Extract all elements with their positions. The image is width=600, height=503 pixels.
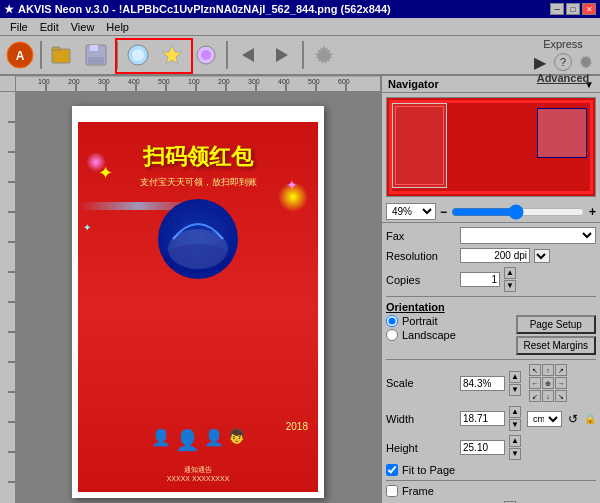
firework-star-3: ✦ — [83, 222, 91, 233]
height-input[interactable] — [460, 440, 505, 455]
menu-file[interactable]: File — [4, 19, 34, 35]
toolbar-sep-3 — [226, 41, 228, 69]
svg-text:600: 600 — [338, 78, 350, 85]
reset-margins-button[interactable]: Reset Margins — [516, 336, 596, 355]
toolbar-icon-logo: A — [4, 39, 36, 71]
toolbar-forward[interactable] — [266, 39, 298, 71]
zoom-minus-icon[interactable]: − — [440, 205, 447, 219]
scale-input[interactable] — [460, 376, 505, 391]
svg-rect-3 — [52, 47, 60, 50]
align-topleft[interactable]: ↖ — [529, 364, 541, 376]
width-up-btn[interactable]: ▲ — [509, 406, 521, 418]
svg-text:400: 400 — [128, 78, 140, 85]
lock-icon[interactable]: 🔒 — [584, 413, 596, 424]
toolbar-icon-effect2[interactable] — [156, 39, 188, 71]
divider-3 — [386, 480, 596, 481]
svg-text:400: 400 — [278, 78, 290, 85]
zoom-plus-icon[interactable]: + — [589, 205, 596, 219]
svg-text:A: A — [16, 49, 25, 63]
menu-edit[interactable]: Edit — [34, 19, 65, 35]
zoom-select[interactable]: 49% — [386, 203, 436, 220]
align-top[interactable]: ↑ — [542, 364, 554, 376]
width-down-btn[interactable]: ▼ — [509, 419, 521, 431]
toolbar-sep-1 — [40, 41, 42, 69]
svg-text:100: 100 — [188, 78, 200, 85]
width-unit-select[interactable]: cm — [527, 411, 562, 427]
maximize-button[interactable]: □ — [566, 3, 580, 15]
align-arrows: ↖ ↑ ↗ ← ⊕ → ↙ ↓ ↘ — [529, 364, 567, 402]
svg-point-8 — [132, 49, 144, 61]
main-area: 100 200 300 400 500 100 200 300 400 500 … — [0, 76, 600, 503]
horizontal-ruler: 100 200 300 400 500 100 200 300 400 500 … — [16, 76, 380, 92]
svg-text:300: 300 — [98, 78, 110, 85]
svg-marker-9 — [162, 45, 182, 64]
height-label: Height — [386, 442, 456, 454]
toolbar-settings[interactable] — [308, 39, 340, 71]
info-icon[interactable]: ? — [554, 53, 572, 71]
toolbar: A — [0, 36, 600, 76]
toolbar-icon-effect3[interactable] — [190, 39, 222, 71]
divider-1 — [386, 296, 596, 297]
canvas-scroll-area[interactable]: 扫码领红包 支付宝天天可领，放扫即到账 — [16, 92, 380, 503]
orientation-group: Portrait Landscape — [386, 315, 456, 341]
align-center[interactable]: ⊕ — [542, 377, 554, 389]
align-botright[interactable]: ↘ — [555, 390, 567, 402]
menu-help[interactable]: Help — [100, 19, 135, 35]
close-button[interactable]: ✕ — [582, 3, 596, 15]
portrait-radio[interactable] — [386, 315, 398, 327]
copies-up-btn[interactable]: ▲ — [504, 267, 516, 279]
width-refresh-icon[interactable]: ↺ — [568, 412, 578, 426]
toolbar-save[interactable] — [80, 39, 112, 71]
svg-text:100: 100 — [38, 78, 50, 85]
fit-to-page-label: Fit to Page — [402, 464, 455, 476]
fax-label: Fax — [386, 230, 456, 242]
play-button[interactable]: ▶ — [530, 52, 550, 72]
menu-view[interactable]: View — [65, 19, 101, 35]
height-down-btn[interactable]: ▼ — [509, 448, 521, 460]
align-left[interactable]: ← — [529, 377, 541, 389]
navigator-title: Navigator — [388, 78, 439, 90]
scale-row: Scale ▲ ▼ ↖ ↑ ↗ ← ⊕ → ↙ ↓ ↘ — [386, 364, 596, 402]
zoom-slider[interactable] — [451, 207, 585, 217]
align-bot[interactable]: ↓ — [542, 390, 554, 402]
landscape-row: Landscape — [386, 329, 456, 341]
height-arrows: ▲ ▼ — [509, 435, 521, 460]
fit-to-page-checkbox[interactable] — [386, 464, 398, 476]
scale-arrows: ▲ ▼ — [509, 371, 521, 396]
align-topright[interactable]: ↗ — [555, 364, 567, 376]
toolbar-back[interactable] — [232, 39, 264, 71]
scale-down-btn[interactable]: ▼ — [509, 384, 521, 396]
copies-input[interactable] — [460, 272, 500, 287]
landscape-radio[interactable] — [386, 329, 398, 341]
scale-up-btn[interactable]: ▲ — [509, 371, 521, 383]
fax-select[interactable] — [460, 227, 596, 244]
resolution-input[interactable]: 200 dpi — [460, 248, 530, 263]
settings-icon[interactable] — [576, 52, 596, 72]
width-input[interactable] — [460, 411, 505, 426]
canvas-page: 扫码领红包 支付宝天天可领，放扫即到账 — [72, 106, 324, 498]
frame-checkbox[interactable] — [386, 485, 398, 497]
svg-marker-12 — [242, 48, 254, 62]
zoom-row: 49% − + — [382, 201, 600, 223]
minimize-button[interactable]: ─ — [550, 3, 564, 15]
resolution-unit-select[interactable]: ▼ — [534, 249, 550, 263]
copies-down-btn[interactable]: ▼ — [504, 280, 516, 292]
window-title: AKVIS Neon v.3.0 - !ALPBbCc1UvPlznNA0zNA… — [18, 3, 391, 15]
poster-main-text: 扫码领红包 — [78, 122, 318, 172]
width-arrows: ▲ ▼ — [509, 406, 521, 431]
toolbar-icon-effect1[interactable] — [122, 39, 154, 71]
width-row: Width ▲ ▼ cm ↺ 🔒 — [386, 406, 596, 431]
express-label: Express — [543, 38, 583, 50]
advanced-label[interactable]: Advanced — [537, 72, 590, 84]
nav-viewport[interactable] — [537, 108, 587, 158]
nav-preview-image — [387, 98, 595, 196]
fax-row: Fax — [386, 227, 596, 244]
frame-row: Frame — [386, 485, 596, 497]
page-setup-button[interactable]: Page Setup — [516, 315, 596, 334]
poster-bottom-text: 通知通告XXXXX XXXXXXXX — [78, 465, 318, 482]
svg-rect-5 — [90, 45, 98, 51]
align-botleft[interactable]: ↙ — [529, 390, 541, 402]
height-up-btn[interactable]: ▲ — [509, 435, 521, 447]
toolbar-open[interactable] — [46, 39, 78, 71]
align-right[interactable]: → — [555, 377, 567, 389]
